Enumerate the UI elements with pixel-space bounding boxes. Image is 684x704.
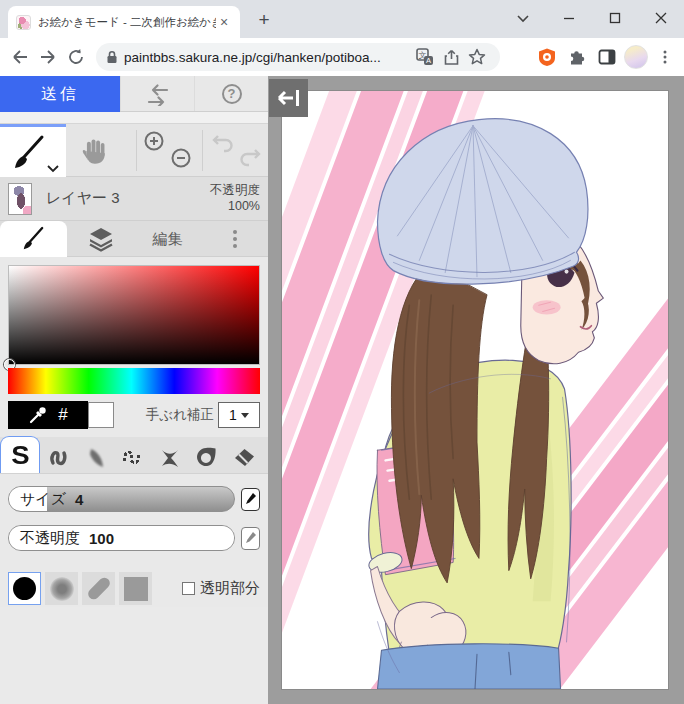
- profile-avatar[interactable]: [624, 45, 648, 69]
- brush-tab-icon: [19, 224, 49, 254]
- tab-close-icon[interactable]: ×: [216, 14, 232, 30]
- tab-search-chevron-icon[interactable]: [500, 0, 546, 36]
- share-icon[interactable]: [438, 44, 464, 70]
- brush-tip-row: 透明部分: [0, 570, 268, 607]
- undo-icon: [211, 132, 235, 154]
- opacity-slider[interactable]: 不透明度 100: [8, 525, 235, 551]
- hex-symbol: #: [58, 405, 67, 425]
- watercolor-squiggle-icon: [47, 446, 71, 470]
- marker-tool-tab[interactable]: [188, 443, 225, 473]
- watercolor-tool-tab[interactable]: [40, 443, 77, 473]
- transparent-checkbox[interactable]: [182, 582, 195, 595]
- maximize-button[interactable]: [592, 0, 638, 36]
- layer-row[interactable]: レイヤー 3 不透明度 100%: [0, 177, 268, 221]
- saturation-value-picker[interactable]: [8, 265, 260, 365]
- solid-circle-icon: [13, 577, 36, 600]
- brush-type-tabs: S: [0, 437, 268, 474]
- panel-menu-button[interactable]: [201, 221, 268, 257]
- brush-tip-airbrush[interactable]: [45, 572, 78, 605]
- marker-blob-icon: [194, 445, 220, 471]
- canvas-viewport: [268, 76, 684, 704]
- stabilizer-value: 1: [229, 407, 237, 423]
- color-picker-section: [0, 257, 268, 396]
- swap-arrows-icon: [145, 82, 171, 106]
- pen-tool-tab[interactable]: S: [0, 436, 40, 473]
- omnibox[interactable]: paintbbs.sakura.ne.jp/cgi/hanken/potiboa…: [96, 43, 500, 71]
- swap-colors-button[interactable]: [120, 76, 194, 111]
- tab-layers[interactable]: [67, 221, 134, 257]
- browser-menu-icon[interactable]: [652, 44, 678, 70]
- texture-brush-tab[interactable]: [77, 443, 114, 473]
- opacity-edit-button[interactable]: [241, 527, 260, 550]
- size-edit-button[interactable]: [241, 488, 260, 511]
- send-button[interactable]: 送信: [0, 76, 120, 112]
- zoom-out-button[interactable]: [170, 147, 192, 173]
- size-value: 4: [75, 491, 83, 508]
- redo-icon: [238, 146, 262, 168]
- panel-divider: [0, 112, 268, 124]
- tab-title: お絵かきモード - 二次創作お絵かき掲: [38, 15, 216, 30]
- fuzzy-circle-icon: [50, 577, 74, 601]
- zoom-in-button[interactable]: [143, 130, 165, 156]
- side-panel-icon[interactable]: [594, 44, 620, 70]
- select-chevron-icon: [241, 413, 249, 418]
- layer-name: レイヤー 3: [46, 189, 120, 208]
- help-button[interactable]: ?: [194, 76, 268, 111]
- tone-tool-tab[interactable]: [151, 443, 188, 473]
- brush-tip-solid[interactable]: [8, 572, 41, 605]
- toolbar: [0, 124, 268, 177]
- minimize-button[interactable]: [546, 0, 592, 36]
- reload-icon[interactable]: [62, 43, 90, 71]
- url-text[interactable]: paintbbs.sakura.ne.jp/cgi/hanken/potiboa…: [124, 50, 412, 65]
- transparent-label: 透明部分: [200, 579, 260, 598]
- browser-window: お絵かきモード - 二次創作お絵かき掲 × +: [0, 0, 684, 704]
- lock-icon: [106, 50, 118, 64]
- forward-icon[interactable]: [34, 43, 62, 71]
- paint-app: 送信 ?: [0, 76, 684, 704]
- zoom-in-icon: [143, 130, 165, 152]
- layer-opacity: 不透明度 100%: [210, 183, 260, 214]
- opacity-value: 100: [89, 530, 114, 547]
- browser-tab[interactable]: お絵かきモード - 二次創作お絵かき掲 ×: [8, 6, 240, 38]
- layer-thumbnail[interactable]: [8, 183, 32, 215]
- dot-pen-tab[interactable]: [114, 443, 151, 473]
- hex-color-box[interactable]: #: [8, 401, 88, 429]
- undo-button[interactable]: [211, 132, 235, 158]
- extensions-puzzle-icon[interactable]: [564, 44, 590, 70]
- back-icon[interactable]: [6, 43, 34, 71]
- panel-tab-row: 編集: [0, 221, 268, 257]
- eyedropper-icon: [28, 405, 48, 425]
- tab-edit[interactable]: 編集: [134, 221, 201, 257]
- eraser-tool-tab[interactable]: [225, 443, 262, 473]
- hand-icon: [80, 136, 110, 166]
- artwork: [282, 91, 668, 689]
- brush-tip-stroke[interactable]: [82, 572, 115, 605]
- drawing-canvas[interactable]: [281, 90, 669, 690]
- current-color-swatch[interactable]: [88, 402, 114, 428]
- hue-bar[interactable]: [8, 368, 260, 394]
- slider-section: サイズ 4 不透明度 100: [0, 474, 268, 570]
- new-tab-button[interactable]: +: [252, 8, 276, 32]
- size-label: サイズ: [20, 490, 66, 509]
- size-slider[interactable]: サイズ 4: [8, 486, 235, 512]
- opacity-label: 不透明度: [20, 529, 80, 548]
- stabilizer-select[interactable]: 1: [218, 402, 260, 428]
- pen-edit-icon: [245, 531, 257, 545]
- extension-orange-icon[interactable]: [534, 44, 560, 70]
- close-button[interactable]: [638, 0, 684, 36]
- hand-tool-button[interactable]: [80, 136, 110, 170]
- tool-panel: 送信 ?: [0, 76, 268, 704]
- panel-header: 送信 ?: [0, 76, 268, 112]
- collapse-panel-button[interactable]: [269, 79, 308, 117]
- zoom-out-icon: [170, 147, 192, 169]
- chevron-down-icon: [47, 165, 59, 173]
- svg-text:A: A: [426, 56, 431, 65]
- redo-button[interactable]: [238, 146, 262, 172]
- panel-empty-space: [0, 607, 268, 704]
- brush-tool-button[interactable]: [0, 124, 66, 177]
- tab-brush[interactable]: [0, 221, 67, 257]
- brush-tip-square[interactable]: [119, 572, 152, 605]
- layer-opacity-label: 不透明度: [210, 183, 260, 199]
- translate-icon[interactable]: 文A: [412, 44, 438, 70]
- bookmark-star-icon[interactable]: [464, 44, 490, 70]
